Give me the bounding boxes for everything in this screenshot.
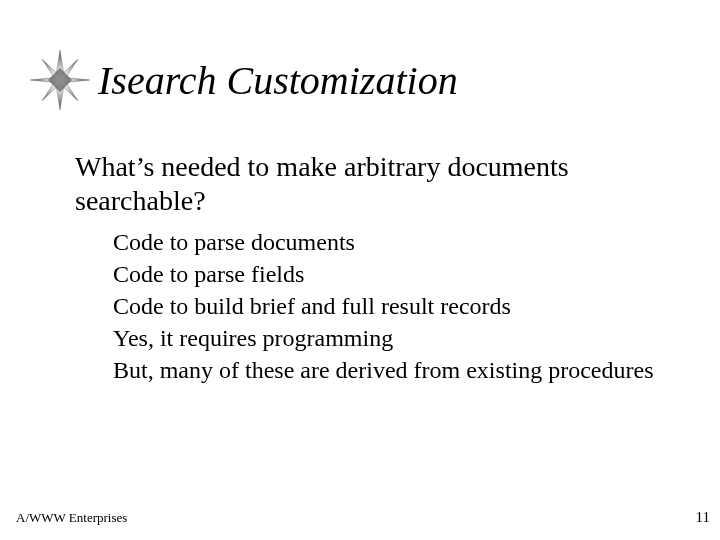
- bullet-level2: But, many of these are derived from exis…: [105, 355, 680, 385]
- bullet-text: Code to build brief and full result reco…: [113, 291, 511, 321]
- bullet-text: Code to parse fields: [113, 259, 304, 289]
- slide-title: Isearch Customization: [98, 57, 458, 104]
- slide-body: What’s needed to make arbitrary document…: [65, 150, 680, 387]
- sub-bullets: Code to parse documents Code to parse fi…: [105, 227, 680, 385]
- bullet-level2: Yes, it requires programming: [105, 323, 680, 353]
- bullet-text: What’s needed to make arbitrary document…: [75, 150, 680, 217]
- page-number: 11: [696, 509, 710, 526]
- slide: Isearch Customization What’s needed to m…: [0, 0, 720, 540]
- title-row: Isearch Customization: [30, 50, 458, 110]
- starburst-icon: [30, 50, 90, 110]
- bullet-text: But, many of these are derived from exis…: [113, 355, 654, 385]
- bullet-level2: Code to build brief and full result reco…: [105, 291, 680, 321]
- bullet-level1: What’s needed to make arbitrary document…: [65, 150, 680, 217]
- bullet-text: Yes, it requires programming: [113, 323, 393, 353]
- bullet-level2: Code to parse documents: [105, 227, 680, 257]
- bullet-text: Code to parse documents: [113, 227, 355, 257]
- footer-left: A/WWW Enterprises: [16, 510, 127, 526]
- bullet-level2: Code to parse fields: [105, 259, 680, 289]
